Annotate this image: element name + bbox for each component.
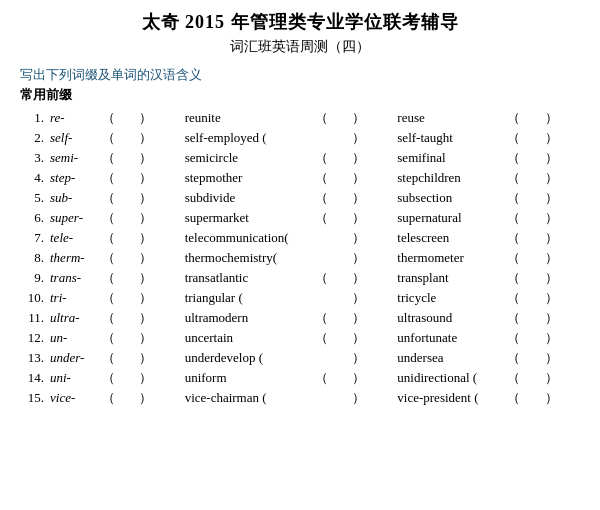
prefix: vice- — [48, 388, 100, 408]
row-number: 14. — [20, 368, 48, 388]
open-paren-3: （ — [505, 368, 542, 388]
close-paren-1: ） — [137, 268, 174, 288]
table-row: 6. super- （ ） supermarket （ ） supernatur… — [20, 208, 580, 228]
table-row: 7. tele- （ ） telecommunication( ） telesc… — [20, 228, 580, 248]
close-paren-2: ） — [350, 208, 387, 228]
open-paren-1: （ — [100, 228, 137, 248]
open-paren-1: （ — [100, 268, 137, 288]
word3: thermometer — [395, 248, 505, 268]
close-paren-3: ） — [543, 248, 580, 268]
close-paren-1: ） — [137, 188, 174, 208]
open-paren-1: （ — [100, 348, 137, 368]
open-paren-1: （ — [100, 248, 137, 268]
close-paren-2: ） — [350, 368, 387, 388]
word3: semifinal — [395, 148, 505, 168]
row-number: 12. — [20, 328, 48, 348]
close-paren-3: ） — [543, 188, 580, 208]
open-paren-1: （ — [100, 388, 137, 408]
table-row: 13. under- （ ） underdevelop ( ） undersea… — [20, 348, 580, 368]
close-paren-3: ） — [543, 228, 580, 248]
row-number: 11. — [20, 308, 48, 328]
row-number: 6. — [20, 208, 48, 228]
word3: tricycle — [395, 288, 505, 308]
close-paren-3: ） — [543, 328, 580, 348]
open-paren-2: （ — [313, 168, 350, 188]
close-paren-1: ） — [137, 108, 174, 128]
table-row: 5. sub- （ ） subdivide （ ） subsection （ ） — [20, 188, 580, 208]
open-paren-2: （ — [313, 328, 350, 348]
open-paren-2 — [313, 288, 350, 308]
open-paren-3: （ — [505, 388, 542, 408]
table-row: 1. re- （ ） reunite （ ） reuse （ ） — [20, 108, 580, 128]
word2: self-employed ( — [183, 128, 313, 148]
open-paren-1: （ — [100, 128, 137, 148]
open-paren-3: （ — [505, 348, 542, 368]
open-paren-2: （ — [313, 108, 350, 128]
section-label: 常用前缀 — [20, 86, 580, 104]
prefix: re- — [48, 108, 100, 128]
table-row: 15. vice- （ ） vice-chairman ( ） vice-pre… — [20, 388, 580, 408]
word3: subsection — [395, 188, 505, 208]
close-paren-3: ） — [543, 128, 580, 148]
close-paren-1: ） — [137, 368, 174, 388]
row-number: 4. — [20, 168, 48, 188]
prefix: trans- — [48, 268, 100, 288]
close-paren-2: ） — [350, 168, 387, 188]
word3: unfortunate — [395, 328, 505, 348]
prefix: under- — [48, 348, 100, 368]
open-paren-2: （ — [313, 188, 350, 208]
open-paren-3: （ — [505, 108, 542, 128]
open-paren-1: （ — [100, 368, 137, 388]
open-paren-2: （ — [313, 268, 350, 288]
open-paren-2 — [313, 348, 350, 368]
close-paren-1: ） — [137, 168, 174, 188]
open-paren-3: （ — [505, 188, 542, 208]
word2: ultramodern — [183, 308, 313, 328]
open-paren-3: （ — [505, 248, 542, 268]
word3: stepchildren — [395, 168, 505, 188]
close-paren-1: ） — [137, 148, 174, 168]
prefix: semi- — [48, 148, 100, 168]
open-paren-2: （ — [313, 208, 350, 228]
table-row: 3. semi- （ ） semicircle （ ） semifinal （ … — [20, 148, 580, 168]
close-paren-2: ） — [350, 328, 387, 348]
close-paren-2: ） — [350, 128, 387, 148]
prefix: therm- — [48, 248, 100, 268]
open-paren-1: （ — [100, 188, 137, 208]
close-paren-3: ） — [543, 168, 580, 188]
open-paren-3: （ — [505, 168, 542, 188]
open-paren-2: （ — [313, 148, 350, 168]
instruction: 写出下列词缀及单词的汉语含义 — [20, 66, 580, 84]
open-paren-2 — [313, 248, 350, 268]
prefix: uni- — [48, 368, 100, 388]
row-number: 9. — [20, 268, 48, 288]
row-number: 3. — [20, 148, 48, 168]
word3: vice-president ( — [395, 388, 505, 408]
close-paren-2: ） — [350, 228, 387, 248]
close-paren-2: ） — [350, 108, 387, 128]
word2: vice-chairman ( — [183, 388, 313, 408]
open-paren-3: （ — [505, 228, 542, 248]
word3: ultrasound — [395, 308, 505, 328]
prefix: sub- — [48, 188, 100, 208]
close-paren-2: ） — [350, 248, 387, 268]
open-paren-2: （ — [313, 368, 350, 388]
close-paren-3: ） — [543, 348, 580, 368]
sub-title: 词汇班英语周测（四） — [20, 38, 580, 56]
row-number: 13. — [20, 348, 48, 368]
row-number: 8. — [20, 248, 48, 268]
word2: semicircle — [183, 148, 313, 168]
close-paren-3: ） — [543, 208, 580, 228]
open-paren-3: （ — [505, 288, 542, 308]
word2: stepmother — [183, 168, 313, 188]
close-paren-1: ） — [137, 328, 174, 348]
close-paren-3: ） — [543, 268, 580, 288]
word2: uniform — [183, 368, 313, 388]
prefix: ultra- — [48, 308, 100, 328]
word3: reuse — [395, 108, 505, 128]
row-number: 10. — [20, 288, 48, 308]
open-paren-1: （ — [100, 208, 137, 228]
row-number: 1. — [20, 108, 48, 128]
close-paren-3: ） — [543, 368, 580, 388]
open-paren-3: （ — [505, 268, 542, 288]
